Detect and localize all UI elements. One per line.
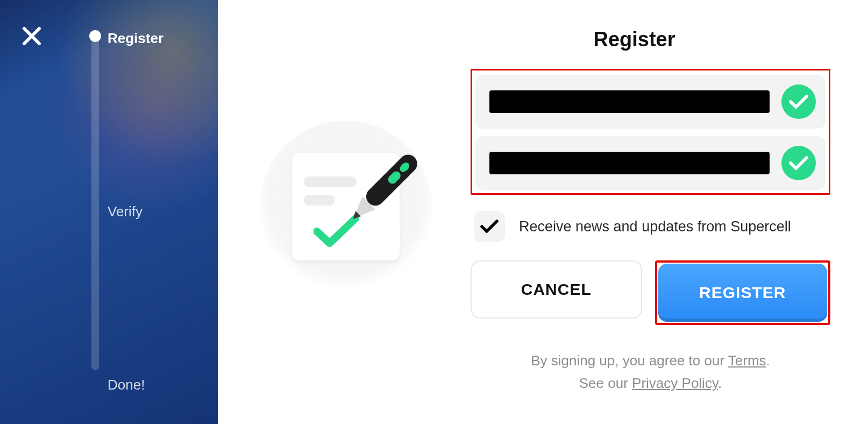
- step-label-register: Register: [108, 30, 163, 47]
- legal2-suffix: .: [718, 375, 722, 391]
- progress-steps: Register Verify Done!: [86, 30, 204, 402]
- pen-icon: [325, 137, 433, 244]
- check-icon: [480, 220, 499, 234]
- cancel-label: CANCEL: [521, 280, 592, 299]
- paper-icon: [292, 153, 400, 260]
- cancel-button[interactable]: CANCEL: [471, 260, 642, 319]
- register-highlight: REGISTER: [655, 260, 831, 325]
- newsletter-label: Receive news and updates from Supercell: [519, 218, 791, 235]
- register-illustration: [260, 121, 432, 293]
- newsletter-checkbox[interactable]: [474, 211, 505, 242]
- legal-suffix: .: [766, 352, 770, 369]
- confirm-email-field[interactable]: [475, 136, 826, 190]
- register-button[interactable]: REGISTER: [658, 264, 828, 322]
- field-valid-badge: [781, 84, 816, 119]
- progress-line: [91, 36, 99, 370]
- main-panel: Register: [218, 0, 868, 424]
- legal2-prefix: See our: [579, 375, 632, 391]
- register-label: REGISTER: [699, 284, 786, 302]
- inputs-highlight: [471, 69, 830, 195]
- field-valid-badge: [781, 146, 816, 180]
- confirm-value-redacted: [489, 152, 770, 174]
- privacy-link[interactable]: Privacy Policy: [632, 375, 718, 391]
- close-icon: [20, 25, 43, 47]
- progress-dot-active: [89, 30, 101, 42]
- legal-prefix: By signing up, you agree to our: [531, 352, 728, 369]
- email-value-redacted: [489, 90, 770, 113]
- page-title: Register: [218, 28, 836, 51]
- sidebar: Register Verify Done!: [0, 0, 218, 424]
- register-form: Receive news and updates from Supercell …: [471, 69, 830, 394]
- terms-link[interactable]: Terms: [728, 352, 766, 369]
- step-label-verify: Verify: [108, 203, 143, 220]
- action-row: CANCEL REGISTER: [471, 260, 830, 325]
- step-label-done: Done!: [108, 377, 145, 393]
- email-field[interactable]: [475, 75, 826, 129]
- legal-text: By signing up, you agree to our Terms. S…: [471, 350, 830, 394]
- check-icon: [789, 156, 808, 171]
- check-icon: [789, 94, 808, 109]
- close-button[interactable]: [19, 24, 44, 48]
- newsletter-consent: Receive news and updates from Supercell: [474, 211, 830, 242]
